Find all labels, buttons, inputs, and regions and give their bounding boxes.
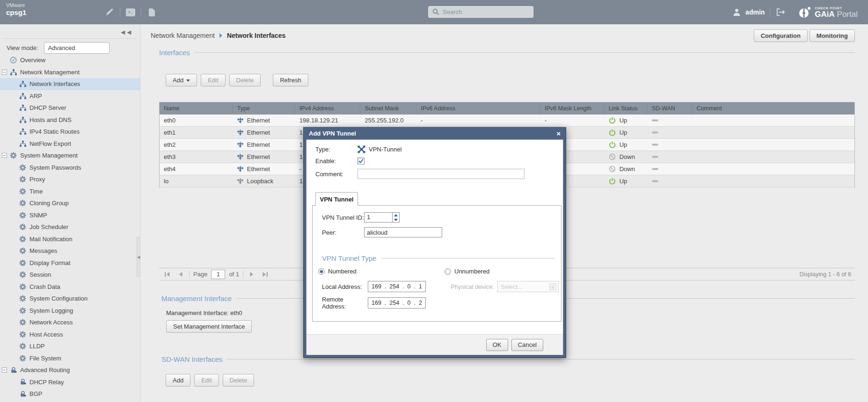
sdwan-delete-button[interactable]: Delete (223, 374, 255, 387)
cancel-button[interactable]: Cancel (511, 339, 543, 351)
sidebar-item-advanced-routing[interactable]: Advanced Routing (0, 364, 140, 376)
column-header-sd-wan[interactable]: SD-WAN (648, 102, 693, 115)
local-address-input[interactable]: 169.254.0.1 (368, 281, 426, 292)
search-input[interactable] (443, 8, 522, 15)
numbered-radio[interactable] (318, 268, 325, 275)
ip-octet[interactable]: 254 (389, 300, 399, 306)
sidebar-item-system-configuration[interactable]: System Configuration (0, 293, 140, 305)
edit-button[interactable]: Edit (201, 74, 225, 86)
enable-checkbox[interactable] (357, 158, 365, 165)
sdwan-edit-button[interactable]: Edit (194, 374, 219, 387)
ok-button[interactable]: OK (486, 339, 508, 351)
sidebar-item-network-access[interactable]: Network Access (0, 316, 140, 329)
sidebar-item-arp[interactable]: ARP (0, 90, 140, 102)
ip-octet[interactable]: 0 (408, 283, 411, 290)
sidebar-item-session[interactable]: Session (0, 269, 140, 281)
add-button[interactable]: Add (166, 74, 197, 86)
gear-icon (9, 152, 17, 159)
document-icon[interactable] (146, 7, 157, 18)
sidebar-item-overview[interactable]: Overview (0, 54, 140, 66)
sidebar-item-cloning-group[interactable]: Cloning Group (0, 197, 140, 209)
comment-input[interactable] (357, 169, 525, 179)
ip-octet[interactable]: 2 (419, 300, 422, 306)
terminal-icon[interactable]: >_ (125, 7, 136, 18)
sidebar-item-proxy[interactable]: Proxy (0, 173, 140, 186)
edit-pencil-icon[interactable] (104, 7, 115, 18)
spinner-down-icon[interactable] (393, 217, 399, 222)
peer-input[interactable] (364, 227, 442, 237)
collapse-minus-icon[interactable] (2, 70, 7, 75)
add-vpn-tunnel-dialog: Add VPN Tunnel × Type: VPN-Tunnel Enable… (303, 127, 566, 358)
sidebar-item-time[interactable]: Time (0, 186, 140, 198)
local-address-label: Local Address: (322, 283, 368, 290)
column-header-ipv6-address[interactable]: IPv6 Address (416, 102, 540, 115)
sidebar-item-messages[interactable]: Messages (0, 245, 140, 257)
sidebar-item-host-access[interactable]: Host Access (0, 329, 140, 341)
logout-icon[interactable] (775, 7, 787, 18)
ip-octet[interactable]: 169 (372, 300, 381, 306)
column-header-type[interactable]: Type (233, 102, 295, 115)
sidebar-item-system-management[interactable]: System Management (0, 150, 140, 162)
sidebar-resize-handle[interactable]: ◀ (137, 237, 140, 277)
refresh-button[interactable]: Refresh (273, 74, 308, 86)
column-header-name[interactable]: Name (160, 102, 233, 115)
sidebar-collapse-icon[interactable]: ◄◄ (119, 28, 131, 36)
sidebar-item-network-interfaces[interactable]: Network Interfaces (0, 78, 140, 90)
remote-address-input[interactable]: 169.254.0.2 (368, 297, 426, 309)
next-page-icon[interactable] (247, 270, 256, 279)
tab-vpn-tunnel[interactable]: VPN Tunnel (315, 192, 358, 206)
sidebar-item-crash-data[interactable]: Crash Data (0, 281, 140, 293)
column-header-comment[interactable]: Comment (693, 102, 855, 115)
sidebar-item-system-passwords[interactable]: System Passwords (0, 162, 140, 174)
sidebar-item-bgp[interactable]: BGP (0, 388, 140, 400)
table-row-eth0[interactable]: eth0Ethernet198.18.129.21255.255.192.0--… (160, 115, 854, 127)
close-icon[interactable]: × (556, 130, 561, 137)
sidebar-item-netflow-export[interactable]: NetFlow Export (0, 138, 140, 150)
ip-octet[interactable]: 0 (408, 300, 411, 306)
cell-sdwan (648, 127, 693, 138)
gear-icon (19, 283, 27, 290)
view-mode-select[interactable]: Advanced (44, 42, 109, 54)
vpn-tunnel-id-value[interactable]: 1 (365, 213, 392, 222)
sidebar-item-display-format[interactable]: Display Format (0, 257, 140, 269)
sidebar-item-ipv4-static-routes[interactable]: IPv4 Static Routes (0, 126, 140, 138)
sidebar-item-mail-notification[interactable]: Mail Notification (0, 233, 140, 245)
dialog-titlebar[interactable]: Add VPN Tunnel × (306, 128, 563, 139)
last-page-icon[interactable] (260, 270, 270, 279)
sidebar-item-dhcp-server[interactable]: DHCP Server (0, 102, 140, 114)
sidebar-item-system-logging[interactable]: System Logging (0, 305, 140, 317)
sidebar-item-file-system[interactable]: File System (0, 352, 140, 365)
sidebar-item-label: ARP (29, 93, 42, 100)
set-management-interface-button[interactable]: Set Management Interface (166, 320, 252, 333)
sidebar-item-job-scheduler[interactable]: Job Scheduler (0, 221, 140, 233)
table-header: NameTypeIPv4 AddressSubnet MaskIPv6 Addr… (160, 102, 854, 115)
prev-page-icon[interactable] (176, 270, 185, 279)
sidebar-item-hosts-and-dns[interactable]: Hosts and DNS (0, 114, 140, 126)
unnumbered-radio[interactable] (445, 268, 451, 275)
sdwan-add-button[interactable]: Add (166, 374, 190, 387)
first-page-icon[interactable] (163, 270, 172, 279)
sidebar-item-snmp[interactable]: SNMP (0, 209, 140, 222)
username-label[interactable]: admin (745, 8, 765, 16)
ip-octet[interactable]: 169 (372, 283, 381, 290)
column-header-subnet-mask[interactable]: Subnet Mask (360, 102, 416, 115)
ip-octet[interactable]: 1 (419, 283, 422, 290)
configuration-button[interactable]: Configuration (754, 29, 808, 42)
link-up-icon (609, 129, 616, 136)
breadcrumb-parent[interactable]: Network Management (151, 32, 215, 39)
ip-octet[interactable]: 254 (389, 283, 399, 290)
physical-device-select[interactable]: Select... ∨ (497, 281, 559, 292)
column-header-ipv6-mask-length[interactable]: IPv6 Mask Length (540, 102, 605, 115)
page-input[interactable] (211, 270, 225, 279)
column-header-link-status[interactable]: Link Status (605, 102, 648, 115)
collapse-minus-icon[interactable] (2, 367, 7, 373)
delete-button[interactable]: Delete (229, 74, 261, 86)
spinner-up-icon[interactable] (393, 213, 399, 217)
sidebar-item-dhcp-relay[interactable]: DHCP Relay (0, 376, 140, 388)
monitoring-button[interactable]: Monitoring (810, 29, 855, 42)
ethernet-icon (237, 142, 243, 148)
sidebar-item-network-management[interactable]: Network Management (0, 66, 140, 79)
collapse-minus-icon[interactable] (2, 153, 7, 158)
sidebar-item-lldp[interactable]: LLDP (0, 340, 140, 352)
column-header-ipv4-address[interactable]: IPv4 Address (295, 102, 361, 115)
